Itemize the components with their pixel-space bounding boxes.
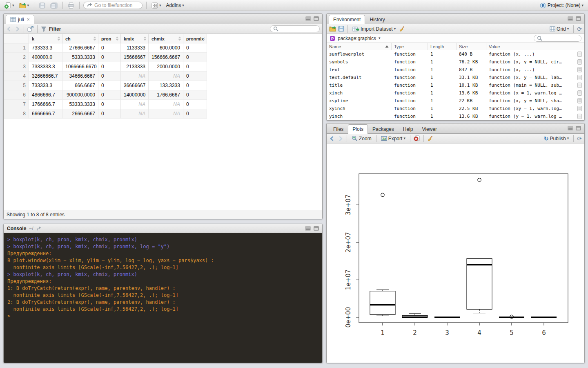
console-output[interactable]: > boxplot(k, ch, pron, kmix, chmix, pron… bbox=[4, 233, 322, 363]
forward-icon[interactable] bbox=[14, 26, 20, 32]
view-source-icon[interactable] bbox=[577, 90, 582, 96]
environment-object-list[interactable]: sunflowerplotfunction1840 Bfunction (x, … bbox=[327, 51, 584, 120]
back-icon[interactable] bbox=[6, 26, 12, 32]
minimize-pane-button[interactable] bbox=[305, 226, 311, 231]
tab-plots[interactable]: Plots bbox=[348, 124, 368, 133]
console-line: > boxplot(k, ch, pron, kmix, chmix, pron… bbox=[7, 236, 322, 243]
view-source-icon[interactable] bbox=[577, 52, 582, 57]
table-cell: 36666667 bbox=[121, 81, 149, 90]
table-row[interactable]: 71766666.753333.33330NANA0 bbox=[4, 100, 207, 109]
environment-object-row[interactable]: xyinchfunction122.5 KBfunction (xy = 1, … bbox=[327, 105, 584, 112]
popout-window-icon[interactable] bbox=[27, 26, 34, 32]
save-button[interactable] bbox=[38, 2, 47, 9]
save-workspace-icon[interactable] bbox=[338, 26, 344, 32]
environment-object-row[interactable]: textfunction1832 Bfunction (x, ...) bbox=[327, 66, 584, 74]
table-row[interactable]: 432666666.734666.66670NANA0 bbox=[4, 72, 207, 81]
table-cell: NA bbox=[121, 72, 149, 81]
environment-object-row[interactable]: sunflowerplotfunction1840 Bfunction (x, … bbox=[327, 51, 584, 58]
environment-object-row[interactable]: text.defaultfunction133.1 KBfunction (x,… bbox=[327, 74, 584, 81]
view-mode-button[interactable]: Grid ▾ bbox=[548, 25, 570, 33]
tab-viewer[interactable]: Viewer bbox=[417, 124, 441, 133]
table-cell: 7333333.3 bbox=[29, 62, 62, 72]
table-cell: 27666.6667 bbox=[62, 43, 98, 53]
minimize-pane-button[interactable] bbox=[305, 16, 311, 21]
view-source-icon[interactable] bbox=[577, 114, 582, 119]
minimize-pane-button[interactable] bbox=[568, 126, 573, 130]
table-row[interactable]: 2400000.05333.3333015666667156666.66670 bbox=[4, 53, 207, 62]
column-header-ch[interactable]: ch bbox=[62, 34, 98, 43]
table-search-input[interactable] bbox=[270, 25, 320, 32]
tab-juli[interactable]: juli × bbox=[6, 15, 34, 24]
maximize-pane-button[interactable] bbox=[314, 16, 319, 21]
column-header-rownum bbox=[4, 34, 29, 43]
refresh-icon[interactable]: ⟳ bbox=[577, 26, 582, 32]
environment-object-row[interactable]: symbolsfunction176.2 KBfunction (x, y = … bbox=[327, 58, 584, 66]
console-popout-icon[interactable] bbox=[36, 226, 42, 231]
new-file-button[interactable]: ▾ bbox=[3, 1, 16, 9]
import-dataset-button[interactable]: Import Dataset ▾ bbox=[351, 25, 397, 33]
refresh-plot-icon[interactable]: ⟳ bbox=[577, 136, 582, 141]
table-row[interactable]: 86666666.72666.66670NANA0 bbox=[4, 109, 207, 119]
goto-file-input[interactable]: Go to file/function bbox=[83, 2, 143, 9]
view-source-icon[interactable] bbox=[577, 67, 582, 72]
column-header-pronmix[interactable]: pronmix bbox=[183, 34, 207, 43]
next-plot-icon[interactable] bbox=[337, 136, 343, 141]
column-header-length[interactable]: Length bbox=[428, 43, 457, 50]
column-header-size[interactable]: Size bbox=[457, 43, 486, 50]
tab-history[interactable]: History bbox=[365, 15, 389, 24]
publish-button[interactable]: ↻ Publish ▾ bbox=[543, 135, 570, 142]
export-plot-button[interactable]: Export ▾ bbox=[380, 135, 407, 142]
maximize-pane-button[interactable] bbox=[576, 126, 581, 130]
column-header-pron[interactable]: pron bbox=[98, 34, 121, 43]
clear-broom-icon[interactable] bbox=[399, 26, 405, 32]
addins-menu[interactable]: Addins ▾ bbox=[165, 2, 185, 9]
table-row[interactable]: 5733333.3666.6667036666667133.33330 bbox=[4, 81, 207, 90]
table-row[interactable]: 64866666.7900000.00000140000001766.66670 bbox=[4, 90, 207, 100]
load-workspace-icon[interactable] bbox=[329, 26, 336, 32]
maximize-pane-button[interactable] bbox=[314, 226, 319, 231]
chevron-down-icon: ▾ bbox=[182, 4, 184, 7]
tab-help[interactable]: Help bbox=[399, 124, 418, 133]
clear-plots-broom-icon[interactable] bbox=[427, 135, 433, 141]
tab-environment[interactable]: Environment bbox=[329, 15, 365, 24]
row-number: 5 bbox=[4, 81, 29, 90]
column-header-chmix[interactable]: chmix bbox=[149, 34, 183, 43]
view-source-icon[interactable] bbox=[577, 106, 582, 111]
view-source-icon[interactable] bbox=[577, 83, 582, 88]
view-source-icon[interactable] bbox=[577, 75, 582, 80]
environment-search-input[interactable] bbox=[534, 35, 581, 42]
open-file-button[interactable]: ▾ bbox=[18, 2, 31, 9]
column-header-type[interactable]: Type bbox=[392, 43, 428, 50]
table-cell: 6666666.7 bbox=[29, 109, 62, 119]
project-menu[interactable]: R Project: (None) ▾ bbox=[539, 2, 585, 9]
environment-object-row[interactable]: titlefunction110.1 KBfunction (main = NU… bbox=[327, 81, 584, 89]
tab-packages[interactable]: Packages bbox=[368, 124, 399, 133]
maximize-pane-button[interactable] bbox=[576, 16, 581, 21]
remove-plot-icon[interactable] bbox=[414, 135, 420, 141]
pane-layout-button[interactable]: ▾ bbox=[150, 2, 163, 9]
environment-object-row[interactable]: xinchfunction113.6 KBfunction (x = 1, wa… bbox=[327, 89, 584, 97]
print-button[interactable] bbox=[67, 2, 76, 9]
view-source-icon[interactable] bbox=[577, 98, 582, 103]
object-length: 1 bbox=[428, 75, 457, 80]
table-cell: 2133333 bbox=[121, 62, 149, 72]
environment-object-row[interactable]: xsplinefunction122 KBfunction (x, y = NU… bbox=[327, 97, 584, 105]
column-header-name[interactable]: Name bbox=[327, 43, 392, 50]
scope-selector[interactable]: package:graphics bbox=[338, 36, 376, 41]
object-type: function bbox=[392, 59, 428, 65]
table-row[interactable]: 37333333.31066666.6670021333332000.00000 bbox=[4, 62, 207, 72]
zoom-plot-button[interactable]: Zoom bbox=[350, 135, 373, 142]
object-length: 1 bbox=[428, 90, 457, 96]
minimize-pane-button[interactable] bbox=[568, 16, 573, 21]
close-icon[interactable]: × bbox=[27, 17, 30, 22]
column-header-kmix[interactable]: kmix bbox=[121, 34, 149, 43]
previous-plot-icon[interactable] bbox=[329, 136, 335, 141]
tab-files[interactable]: Files bbox=[329, 124, 348, 133]
filter-button[interactable]: Filter bbox=[49, 26, 61, 32]
column-header-k[interactable]: k bbox=[29, 34, 62, 43]
save-all-button[interactable] bbox=[49, 2, 59, 9]
view-source-icon[interactable] bbox=[577, 59, 582, 65]
column-header-value[interactable]: Value bbox=[486, 43, 584, 50]
table-row[interactable]: 1733333.327666.666701133333600.00000 bbox=[4, 43, 207, 53]
environment-object-row[interactable]: yinchfunction113.6 KBfunction (y = 1, wa… bbox=[327, 112, 584, 120]
